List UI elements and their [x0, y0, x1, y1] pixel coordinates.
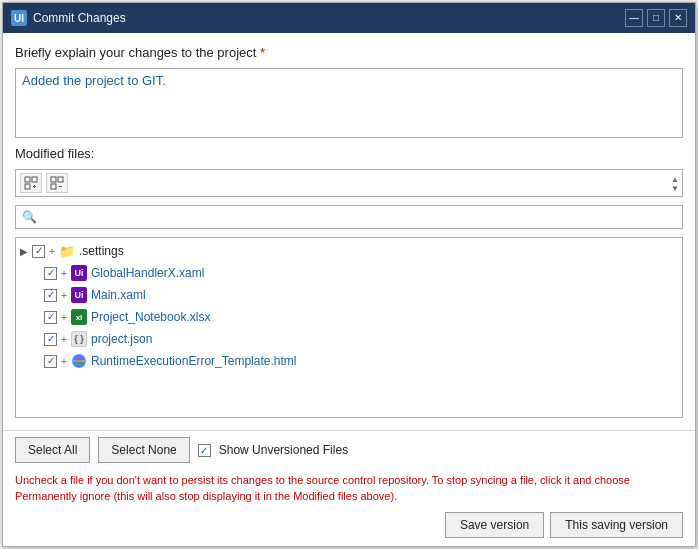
bottom-bar: Select All Select None Show Unversioned … — [3, 430, 695, 469]
commit-changes-window: UI Commit Changes — □ ✕ Briefly explain … — [2, 2, 696, 547]
search-bar: 🔍 — [15, 205, 683, 229]
commit-message-input[interactable]: Added the project to GIT. — [15, 68, 683, 138]
info-text: Uncheck a file if you don't want to pers… — [3, 469, 695, 508]
svg-rect-5 — [51, 177, 56, 182]
file-name[interactable]: project.json — [91, 332, 152, 346]
show-unversioned-checkbox[interactable] — [198, 444, 211, 457]
ui-icon: Ui — [71, 265, 87, 281]
file-checkbox[interactable] — [44, 355, 57, 368]
modified-files-label: Modified files: — [15, 146, 683, 161]
svg-rect-6 — [58, 177, 63, 182]
svg-rect-0 — [25, 177, 30, 182]
file-row: + xl Project_Notebook.xlsx — [16, 306, 682, 328]
folder-icon: 📁 — [59, 243, 75, 259]
file-name[interactable]: Main.xaml — [91, 288, 146, 302]
description-label: Briefly explain your changes to the proj… — [15, 45, 683, 60]
file-row: + { } project.json — [16, 328, 682, 350]
this-saving-version-button[interactable]: This saving version — [550, 512, 683, 538]
scroll-indicator: ▲ ▼ — [670, 174, 680, 194]
collapse-all-button[interactable] — [46, 173, 68, 193]
file-row: + Ui Main.xaml — [16, 284, 682, 306]
file-name[interactable]: .settings — [79, 244, 124, 258]
file-list: ▶ + 📁 .settings + Ui GlobalHandlerX.xaml… — [15, 237, 683, 418]
expand-all-button[interactable] — [20, 173, 42, 193]
search-icon: 🔍 — [22, 210, 37, 224]
expand-arrow[interactable]: ▶ — [20, 246, 30, 257]
html-icon — [71, 353, 87, 369]
file-toolbar: ▲ ▼ — [15, 169, 683, 197]
action-bar: Save version This saving version — [3, 508, 695, 546]
file-checkbox[interactable] — [44, 289, 57, 302]
file-row: + RuntimeExecutionError_Template.html — [16, 350, 682, 372]
svg-rect-1 — [32, 177, 37, 182]
file-checkbox[interactable] — [44, 267, 57, 280]
svg-rect-7 — [51, 184, 56, 189]
main-content: Briefly explain your changes to the proj… — [3, 33, 695, 430]
close-button[interactable]: ✕ — [669, 9, 687, 27]
window-controls: — □ ✕ — [625, 9, 687, 27]
search-input[interactable] — [41, 210, 676, 224]
file-checkbox[interactable] — [32, 245, 45, 258]
titlebar: UI Commit Changes — □ ✕ — [3, 3, 695, 33]
select-none-button[interactable]: Select None — [98, 437, 189, 463]
xlsx-icon: xl — [71, 309, 87, 325]
file-name[interactable]: Project_Notebook.xlsx — [91, 310, 210, 324]
show-unversioned-label: Show Unversioned Files — [219, 443, 348, 457]
file-group-row: ▶ + 📁 .settings — [16, 240, 682, 262]
file-checkbox[interactable] — [44, 333, 57, 346]
svg-rect-2 — [25, 184, 30, 189]
file-row: + Ui GlobalHandlerX.xaml — [16, 262, 682, 284]
file-name[interactable]: RuntimeExecutionError_Template.html — [91, 354, 296, 368]
app-icon: UI — [11, 10, 27, 26]
file-name[interactable]: GlobalHandlerX.xaml — [91, 266, 204, 280]
ui-icon: Ui — [71, 287, 87, 303]
select-all-button[interactable]: Select All — [15, 437, 90, 463]
minimize-button[interactable]: — — [625, 9, 643, 27]
maximize-button[interactable]: □ — [647, 9, 665, 27]
save-version-button[interactable]: Save version — [445, 512, 544, 538]
json-icon: { } — [71, 331, 87, 347]
file-checkbox[interactable] — [44, 311, 57, 324]
window-title: Commit Changes — [33, 11, 625, 25]
